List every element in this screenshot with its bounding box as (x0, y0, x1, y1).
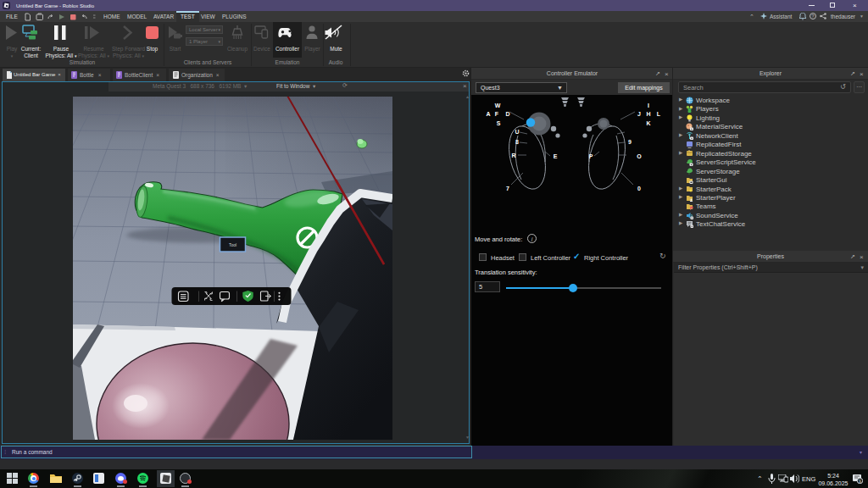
svg-text:R: R (511, 152, 515, 158)
svg-text:A: A (486, 111, 490, 117)
svg-text:H: H (646, 111, 650, 117)
svg-text:U: U (515, 129, 519, 135)
svg-text:K: K (646, 120, 650, 126)
svg-text:I: I (648, 103, 649, 108)
svg-text:E: E (554, 153, 558, 159)
svg-text:W: W (495, 103, 501, 108)
svg-text:L: L (657, 111, 661, 117)
svg-text:9: 9 (628, 139, 632, 145)
svg-text:D: D (505, 111, 509, 117)
svg-text:7: 7 (506, 186, 509, 191)
svg-text:8: 8 (515, 139, 519, 145)
svg-text:Tool: Tool (229, 242, 236, 247)
svg-text:S: S (497, 120, 501, 126)
svg-text:J: J (637, 111, 641, 117)
svg-text:P: P (589, 153, 593, 159)
svg-text:0: 0 (637, 186, 641, 191)
svg-text:9: 9 (859, 479, 861, 484)
svg-text:O: O (637, 153, 642, 159)
svg-text:F: F (495, 111, 499, 117)
